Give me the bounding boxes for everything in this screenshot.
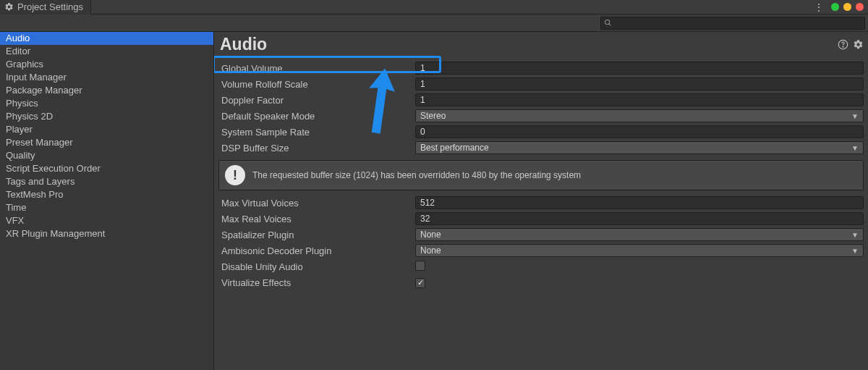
ambisonic-label: Ambisonic Decoder Plugin — [218, 245, 415, 256]
disable-audio-checkbox[interactable] — [415, 261, 425, 271]
info-message: The requested buffer size (1024) has bee… — [252, 170, 581, 180]
ambisonic-value: None — [420, 245, 441, 256]
sidebar-item-tags-and-layers[interactable]: Tags and Layers — [0, 175, 213, 188]
window-tab[interactable]: Project Settings — [0, 0, 91, 14]
sidebar-item-editor[interactable]: Editor — [0, 45, 213, 58]
speaker-mode-label: Default Speaker Mode — [218, 111, 415, 122]
traffic-red[interactable] — [856, 3, 864, 11]
warning-icon: ! — [225, 165, 245, 185]
speaker-mode-row: Default Speaker Mode Stereo▼ — [218, 108, 864, 124]
sidebar-item-physics-2d[interactable]: Physics 2D — [0, 110, 213, 123]
sidebar-item-time[interactable]: Time — [0, 201, 213, 214]
dsp-buffer-dropdown[interactable]: Best performance▼ — [415, 141, 864, 154]
chevron-down-icon: ▼ — [851, 231, 859, 239]
info-box: ! The requested buffer size (1024) has b… — [218, 160, 864, 190]
speaker-mode-dropdown[interactable]: Stereo▼ — [415, 109, 864, 122]
sidebar-item-quality[interactable]: Quality — [0, 149, 213, 162]
virtualize-row: Virtualize Effects — [218, 274, 864, 290]
spatializer-dropdown[interactable]: None▼ — [415, 228, 864, 241]
disable-audio-row: Disable Unity Audio — [218, 258, 864, 274]
disable-audio-label: Disable Unity Audio — [218, 261, 415, 272]
sample-rate-input[interactable]: 0 — [415, 125, 864, 138]
sidebar-item-player[interactable]: Player — [0, 123, 213, 136]
ambisonic-row: Ambisonic Decoder Plugin None▼ — [218, 243, 864, 258]
chevron-down-icon: ▼ — [851, 144, 859, 152]
spatializer-value: None — [420, 230, 441, 240]
svg-line-1 — [609, 24, 611, 26]
doppler-input[interactable]: 1 — [415, 93, 864, 106]
chevron-down-icon: ▼ — [851, 112, 859, 120]
virtualize-label: Virtualize Effects — [218, 277, 415, 288]
sidebar-item-preset-manager[interactable]: Preset Manager — [0, 136, 213, 149]
traffic-green[interactable] — [831, 3, 839, 11]
doppler-label: Doppler Factor — [218, 95, 415, 106]
search-icon — [604, 19, 612, 27]
dsp-buffer-label: DSP Buffer Size — [218, 143, 415, 154]
sidebar-item-physics[interactable]: Physics — [0, 97, 213, 110]
sample-rate-row: System Sample Rate 0 — [218, 124, 864, 140]
max-virtual-row: Max Virtual Voices 512 — [218, 195, 864, 211]
rolloff-row: Volume Rolloff Scale 1 — [218, 76, 864, 92]
virtualize-checkbox[interactable] — [415, 278, 425, 288]
speaker-mode-value: Stereo — [420, 111, 446, 121]
sidebar-item-audio[interactable]: Audio — [0, 32, 213, 45]
sample-rate-label: System Sample Rate — [218, 127, 415, 138]
rolloff-label: Volume Rolloff Scale — [218, 79, 415, 90]
max-real-label: Max Real Voices — [218, 214, 415, 224]
traffic-lights — [831, 3, 864, 11]
doppler-row: Doppler Factor 1 — [218, 92, 864, 108]
global-volume-row: Global Volume 1 — [218, 60, 864, 76]
sidebar-item-vfx[interactable]: VFX — [0, 214, 213, 227]
global-volume-label: Global Volume — [218, 63, 415, 74]
svg-point-3 — [843, 46, 843, 47]
dsp-buffer-value: Best performance — [420, 143, 489, 153]
search-row — [0, 14, 868, 32]
traffic-yellow[interactable] — [843, 3, 851, 11]
dsp-buffer-row: DSP Buffer Size Best performance▼ — [218, 140, 864, 156]
global-volume-input[interactable]: 1 — [415, 62, 864, 75]
kebab-menu-icon[interactable]: ⋮ — [814, 2, 824, 12]
window-title: Project Settings — [17, 1, 83, 12]
rolloff-input[interactable]: 1 — [415, 77, 864, 91]
sidebar-item-input-manager[interactable]: Input Manager — [0, 71, 213, 84]
sidebar-item-textmesh-pro[interactable]: TextMesh Pro — [0, 188, 213, 201]
max-virtual-label: Max Virtual Voices — [218, 198, 415, 209]
ambisonic-dropdown[interactable]: None▼ — [415, 244, 864, 257]
svg-point-0 — [605, 20, 609, 24]
title-bar: Project Settings ⋮ — [0, 0, 868, 14]
sidebar-item-graphics[interactable]: Graphics — [0, 58, 213, 71]
spatializer-row: Spatializer Plugin None▼ — [218, 227, 864, 243]
sidebar-item-script-execution-order[interactable]: Script Execution Order — [0, 162, 213, 175]
max-virtual-input[interactable]: 512 — [415, 196, 864, 209]
sidebar-item-package-manager[interactable]: Package Manager — [0, 84, 213, 97]
help-icon[interactable] — [838, 39, 848, 50]
chevron-down-icon: ▼ — [851, 247, 859, 255]
content-panel: Audio Global Volume 1 Volume Rolloff Sca… — [214, 32, 868, 370]
search-input[interactable] — [615, 18, 861, 28]
titlebar-controls: ⋮ — [814, 2, 864, 12]
sidebar-item-xr-plugin-management[interactable]: XR Plugin Management — [0, 227, 213, 240]
gear-icon — [4, 2, 14, 12]
spatializer-label: Spatializer Plugin — [218, 230, 415, 240]
max-real-row: Max Real Voices 32 — [218, 211, 864, 227]
sidebar: AudioEditorGraphicsInput ManagerPackage … — [0, 32, 214, 370]
page-title: Audio — [220, 35, 267, 54]
max-real-input[interactable]: 32 — [415, 212, 864, 225]
settings-gear-icon[interactable] — [853, 39, 864, 50]
search-field-wrap[interactable] — [600, 17, 865, 30]
